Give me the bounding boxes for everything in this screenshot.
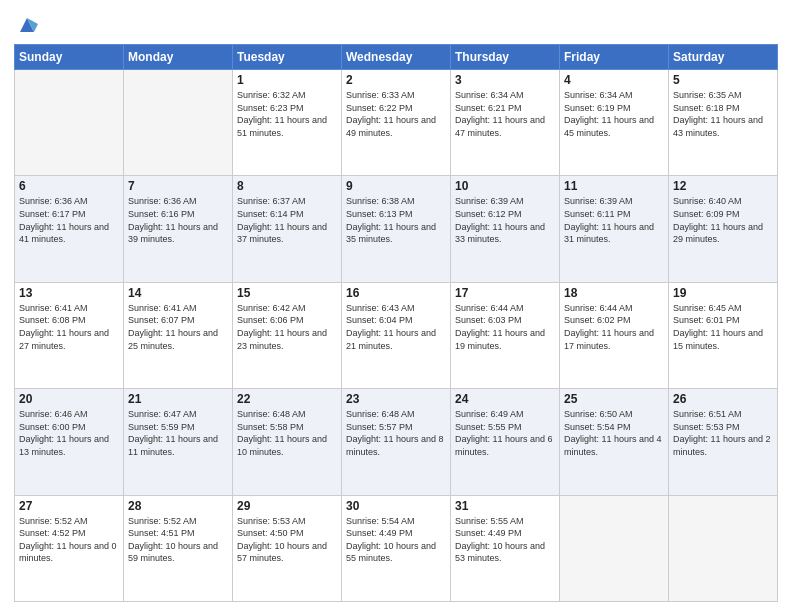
table-row: 16Sunrise: 6:43 AMSunset: 6:04 PMDayligh… — [342, 282, 451, 388]
day-info: Sunrise: 6:44 AMSunset: 6:03 PMDaylight:… — [455, 302, 555, 352]
header — [14, 10, 778, 36]
table-row: 8Sunrise: 6:37 AMSunset: 6:14 PMDaylight… — [233, 176, 342, 282]
day-number: 15 — [237, 286, 337, 300]
table-row: 11Sunrise: 6:39 AMSunset: 6:11 PMDayligh… — [560, 176, 669, 282]
day-info: Sunrise: 6:42 AMSunset: 6:06 PMDaylight:… — [237, 302, 337, 352]
day-info: Sunrise: 6:47 AMSunset: 5:59 PMDaylight:… — [128, 408, 228, 458]
day-info: Sunrise: 6:48 AMSunset: 5:57 PMDaylight:… — [346, 408, 446, 458]
col-sunday: Sunday — [15, 45, 124, 70]
day-number: 13 — [19, 286, 119, 300]
day-info: Sunrise: 6:50 AMSunset: 5:54 PMDaylight:… — [564, 408, 664, 458]
table-row: 23Sunrise: 6:48 AMSunset: 5:57 PMDayligh… — [342, 389, 451, 495]
table-row: 14Sunrise: 6:41 AMSunset: 6:07 PMDayligh… — [124, 282, 233, 388]
day-number: 29 — [237, 499, 337, 513]
day-info: Sunrise: 6:49 AMSunset: 5:55 PMDaylight:… — [455, 408, 555, 458]
day-number: 9 — [346, 179, 446, 193]
logo — [14, 14, 38, 36]
table-row — [669, 495, 778, 601]
table-row: 31Sunrise: 5:55 AMSunset: 4:49 PMDayligh… — [451, 495, 560, 601]
table-row: 20Sunrise: 6:46 AMSunset: 6:00 PMDayligh… — [15, 389, 124, 495]
table-row: 1Sunrise: 6:32 AMSunset: 6:23 PMDaylight… — [233, 70, 342, 176]
calendar-week-row: 27Sunrise: 5:52 AMSunset: 4:52 PMDayligh… — [15, 495, 778, 601]
day-info: Sunrise: 6:39 AMSunset: 6:11 PMDaylight:… — [564, 195, 664, 245]
day-number: 18 — [564, 286, 664, 300]
table-row: 6Sunrise: 6:36 AMSunset: 6:17 PMDaylight… — [15, 176, 124, 282]
day-number: 14 — [128, 286, 228, 300]
table-row: 2Sunrise: 6:33 AMSunset: 6:22 PMDaylight… — [342, 70, 451, 176]
day-number: 19 — [673, 286, 773, 300]
table-row: 22Sunrise: 6:48 AMSunset: 5:58 PMDayligh… — [233, 389, 342, 495]
day-info: Sunrise: 6:44 AMSunset: 6:02 PMDaylight:… — [564, 302, 664, 352]
table-row: 9Sunrise: 6:38 AMSunset: 6:13 PMDaylight… — [342, 176, 451, 282]
table-row: 18Sunrise: 6:44 AMSunset: 6:02 PMDayligh… — [560, 282, 669, 388]
day-info: Sunrise: 6:43 AMSunset: 6:04 PMDaylight:… — [346, 302, 446, 352]
day-info: Sunrise: 6:41 AMSunset: 6:08 PMDaylight:… — [19, 302, 119, 352]
day-number: 12 — [673, 179, 773, 193]
day-number: 1 — [237, 73, 337, 87]
day-number: 30 — [346, 499, 446, 513]
day-number: 11 — [564, 179, 664, 193]
day-number: 26 — [673, 392, 773, 406]
day-number: 28 — [128, 499, 228, 513]
day-info: Sunrise: 6:32 AMSunset: 6:23 PMDaylight:… — [237, 89, 337, 139]
day-info: Sunrise: 6:48 AMSunset: 5:58 PMDaylight:… — [237, 408, 337, 458]
table-row: 26Sunrise: 6:51 AMSunset: 5:53 PMDayligh… — [669, 389, 778, 495]
day-info: Sunrise: 5:52 AMSunset: 4:51 PMDaylight:… — [128, 515, 228, 565]
table-row: 12Sunrise: 6:40 AMSunset: 6:09 PMDayligh… — [669, 176, 778, 282]
table-row: 7Sunrise: 6:36 AMSunset: 6:16 PMDaylight… — [124, 176, 233, 282]
day-number: 21 — [128, 392, 228, 406]
day-number: 20 — [19, 392, 119, 406]
day-info: Sunrise: 6:33 AMSunset: 6:22 PMDaylight:… — [346, 89, 446, 139]
table-row: 19Sunrise: 6:45 AMSunset: 6:01 PMDayligh… — [669, 282, 778, 388]
day-info: Sunrise: 6:36 AMSunset: 6:17 PMDaylight:… — [19, 195, 119, 245]
day-info: Sunrise: 5:53 AMSunset: 4:50 PMDaylight:… — [237, 515, 337, 565]
day-number: 3 — [455, 73, 555, 87]
day-number: 2 — [346, 73, 446, 87]
day-info: Sunrise: 5:52 AMSunset: 4:52 PMDaylight:… — [19, 515, 119, 565]
day-info: Sunrise: 6:37 AMSunset: 6:14 PMDaylight:… — [237, 195, 337, 245]
calendar-week-row: 1Sunrise: 6:32 AMSunset: 6:23 PMDaylight… — [15, 70, 778, 176]
logo-icon — [16, 14, 38, 36]
table-row: 21Sunrise: 6:47 AMSunset: 5:59 PMDayligh… — [124, 389, 233, 495]
day-number: 24 — [455, 392, 555, 406]
day-info: Sunrise: 6:34 AMSunset: 6:21 PMDaylight:… — [455, 89, 555, 139]
table-row: 24Sunrise: 6:49 AMSunset: 5:55 PMDayligh… — [451, 389, 560, 495]
calendar-week-row: 6Sunrise: 6:36 AMSunset: 6:17 PMDaylight… — [15, 176, 778, 282]
day-info: Sunrise: 5:54 AMSunset: 4:49 PMDaylight:… — [346, 515, 446, 565]
day-info: Sunrise: 5:55 AMSunset: 4:49 PMDaylight:… — [455, 515, 555, 565]
table-row — [124, 70, 233, 176]
calendar-header-row: Sunday Monday Tuesday Wednesday Thursday… — [15, 45, 778, 70]
day-number: 8 — [237, 179, 337, 193]
table-row — [15, 70, 124, 176]
table-row: 25Sunrise: 6:50 AMSunset: 5:54 PMDayligh… — [560, 389, 669, 495]
table-row: 28Sunrise: 5:52 AMSunset: 4:51 PMDayligh… — [124, 495, 233, 601]
table-row: 3Sunrise: 6:34 AMSunset: 6:21 PMDaylight… — [451, 70, 560, 176]
day-info: Sunrise: 6:51 AMSunset: 5:53 PMDaylight:… — [673, 408, 773, 458]
day-info: Sunrise: 6:41 AMSunset: 6:07 PMDaylight:… — [128, 302, 228, 352]
day-info: Sunrise: 6:40 AMSunset: 6:09 PMDaylight:… — [673, 195, 773, 245]
table-row: 10Sunrise: 6:39 AMSunset: 6:12 PMDayligh… — [451, 176, 560, 282]
table-row: 13Sunrise: 6:41 AMSunset: 6:08 PMDayligh… — [15, 282, 124, 388]
calendar-week-row: 20Sunrise: 6:46 AMSunset: 6:00 PMDayligh… — [15, 389, 778, 495]
calendar-week-row: 13Sunrise: 6:41 AMSunset: 6:08 PMDayligh… — [15, 282, 778, 388]
table-row: 4Sunrise: 6:34 AMSunset: 6:19 PMDaylight… — [560, 70, 669, 176]
day-info: Sunrise: 6:34 AMSunset: 6:19 PMDaylight:… — [564, 89, 664, 139]
day-info: Sunrise: 6:39 AMSunset: 6:12 PMDaylight:… — [455, 195, 555, 245]
day-info: Sunrise: 6:38 AMSunset: 6:13 PMDaylight:… — [346, 195, 446, 245]
day-number: 27 — [19, 499, 119, 513]
table-row: 17Sunrise: 6:44 AMSunset: 6:03 PMDayligh… — [451, 282, 560, 388]
page-container: Sunday Monday Tuesday Wednesday Thursday… — [0, 0, 792, 612]
col-tuesday: Tuesday — [233, 45, 342, 70]
day-number: 5 — [673, 73, 773, 87]
col-saturday: Saturday — [669, 45, 778, 70]
col-monday: Monday — [124, 45, 233, 70]
col-wednesday: Wednesday — [342, 45, 451, 70]
day-number: 4 — [564, 73, 664, 87]
col-thursday: Thursday — [451, 45, 560, 70]
day-number: 6 — [19, 179, 119, 193]
day-info: Sunrise: 6:36 AMSunset: 6:16 PMDaylight:… — [128, 195, 228, 245]
day-info: Sunrise: 6:46 AMSunset: 6:00 PMDaylight:… — [19, 408, 119, 458]
day-number: 22 — [237, 392, 337, 406]
table-row: 30Sunrise: 5:54 AMSunset: 4:49 PMDayligh… — [342, 495, 451, 601]
day-number: 25 — [564, 392, 664, 406]
